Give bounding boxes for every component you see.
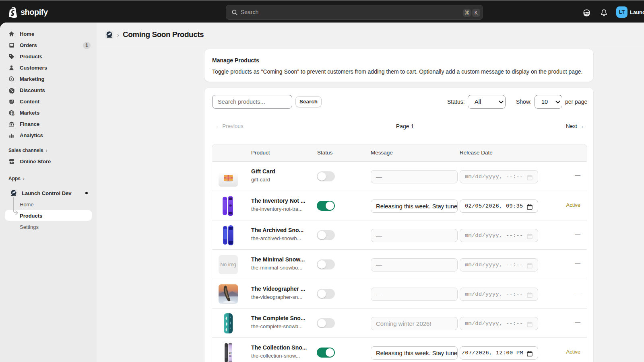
svg-text:LAUNCH: LAUNCH <box>107 37 111 38</box>
svg-text:K2: K2 <box>229 352 232 354</box>
svg-text:LAUNCH: LAUNCH <box>12 195 16 196</box>
svg-text:$: $ <box>12 113 14 116</box>
